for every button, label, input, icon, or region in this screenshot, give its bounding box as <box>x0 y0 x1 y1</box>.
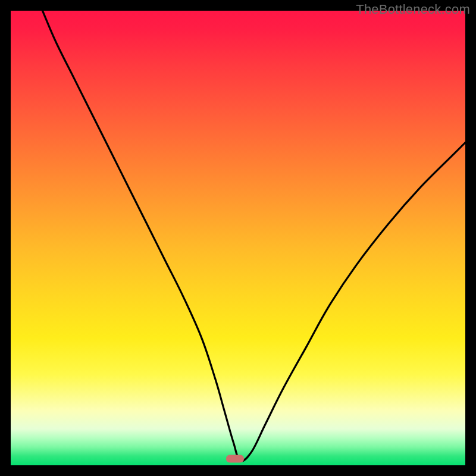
plot-area <box>11 11 465 465</box>
bottleneck-curve <box>11 11 465 465</box>
optimal-point-marker <box>226 455 244 463</box>
chart-frame: TheBottleneck.com <box>0 0 476 476</box>
curve-path <box>42 11 465 461</box>
